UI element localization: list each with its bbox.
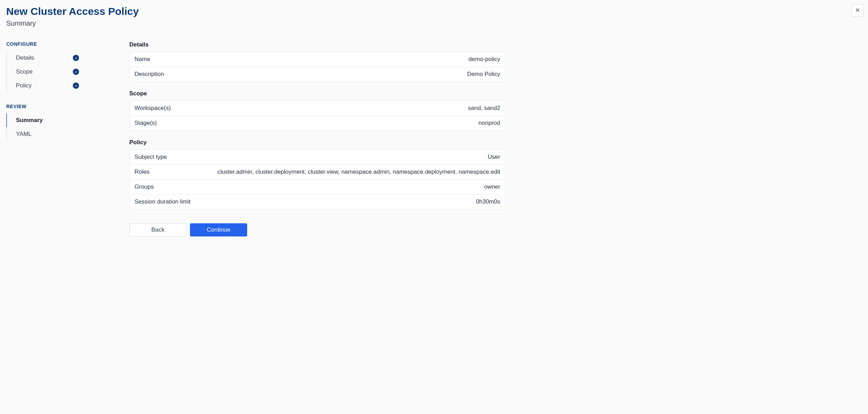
detail-label: Subject type [134,154,167,161]
section-policy: Policy Subject type User Roles cluster.a… [129,139,505,209]
detail-label: Workspace(s) [134,105,171,112]
action-bar: Back Continue [129,223,505,236]
check-circle-icon [73,69,79,75]
detail-label: Name [134,56,150,63]
detail-row: Roles cluster.admin, cluster.deployment,… [130,165,505,180]
section-details: Details Name demo-policy Description Dem… [129,41,505,82]
section-title: Policy [129,139,505,146]
detail-box: Workspace(s) sand, sand2 Stage(s) nonpro… [129,101,505,131]
detail-label: Roles [134,169,149,175]
sidebar-item-scope[interactable]: Scope [6,65,79,79]
check-circle-icon [73,55,79,61]
back-button[interactable]: Back [129,223,186,236]
detail-value: demo-policy [468,56,500,63]
page-title: New Cluster Access Policy [6,6,862,17]
detail-value: User [488,154,500,161]
sidebar: CONFIGURE Details Scope Policy [6,41,129,236]
detail-value: cluster.admin, cluster.deployment, clust… [218,169,501,175]
detail-label: Groups [134,183,154,190]
section-title: Scope [129,90,505,97]
check-circle-icon [73,83,79,89]
sidebar-item-yaml[interactable]: YAML [6,127,79,141]
detail-value: Demo Policy [467,71,500,78]
section-scope: Scope Workspace(s) sand, sand2 Stage(s) … [129,90,505,131]
sidebar-item-label: Policy [16,82,32,89]
detail-row: Description Demo Policy [130,67,505,81]
section-title: Details [129,41,505,48]
detail-row: Subject type User [130,150,505,165]
sidebar-item-label: YAML [16,131,32,138]
close-icon [854,7,861,14]
sidebar-item-label: Scope [16,68,33,75]
sidebar-item-summary[interactable]: Summary [6,113,79,127]
detail-value: nonprod [479,120,500,127]
detail-row: Session duration limit 0h30m0s [130,195,505,209]
continue-button[interactable]: Continue [190,223,247,236]
detail-box: Subject type User Roles cluster.admin, c… [129,149,505,209]
sidebar-section-review: REVIEW [6,104,129,109]
detail-row: Stage(s) nonprod [130,116,505,130]
sidebar-item-label: Details [16,54,34,61]
detail-box: Name demo-policy Description Demo Policy [129,52,505,82]
detail-row: Workspace(s) sand, sand2 [130,101,505,116]
sidebar-item-details[interactable]: Details [6,51,79,65]
main-content: Details Name demo-policy Description Dem… [129,41,505,236]
detail-label: Description [134,71,164,78]
close-button[interactable] [851,4,864,17]
detail-row: Groups owner [130,180,505,195]
page-subtitle: Summary [6,19,862,27]
sidebar-section-configure: CONFIGURE [6,41,129,47]
detail-value: owner [484,183,500,190]
detail-value: 0h30m0s [476,198,500,205]
detail-value: sand, sand2 [468,105,500,112]
detail-row: Name demo-policy [130,52,505,67]
detail-label: Stage(s) [134,120,157,127]
sidebar-item-policy[interactable]: Policy [6,79,79,93]
detail-label: Session duration limit [134,198,191,205]
sidebar-item-label: Summary [16,117,43,124]
